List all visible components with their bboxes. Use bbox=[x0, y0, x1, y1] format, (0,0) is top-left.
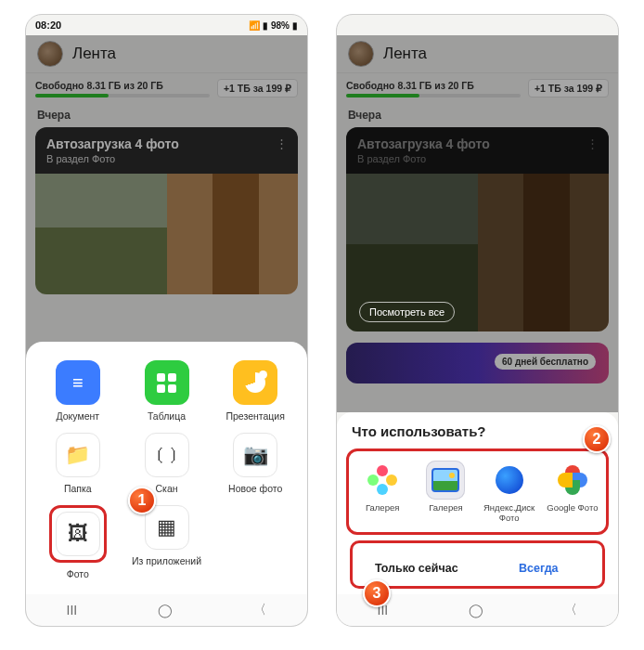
status-icons: 📶 ▮ 98% ▮ bbox=[249, 20, 298, 31]
battery-text: 98% bbox=[271, 20, 290, 31]
create-presentation-label: Презентация bbox=[225, 410, 284, 422]
clock: 08:20 bbox=[35, 20, 61, 31]
app-google-photos[interactable]: Google Фото bbox=[541, 457, 604, 526]
create-folder[interactable]: 📁 Папка bbox=[33, 427, 122, 500]
choice-row: Только сейчас Всегда bbox=[355, 552, 599, 584]
nav-home-icon[interactable]: ◯ bbox=[158, 603, 173, 618]
gallery-flower-icon bbox=[363, 461, 402, 500]
presentation-icon bbox=[233, 360, 277, 405]
app-label: Яндекс.Диск Фото bbox=[478, 503, 541, 523]
nav-home-icon[interactable]: ◯ bbox=[469, 603, 483, 618]
android-navbar: III ◯ 〈 bbox=[26, 594, 307, 626]
create-document[interactable]: Документ bbox=[33, 355, 122, 427]
signal-icon: ▮ bbox=[263, 20, 268, 31]
scrim bbox=[337, 35, 618, 412]
chooser-title: Что использовать? bbox=[346, 423, 609, 448]
nav-back-icon[interactable]: 〈 bbox=[253, 602, 266, 618]
create-new-photo-label: Новое фото bbox=[228, 483, 282, 494]
create-sheet: Документ Таблица Презентация 📁 Папка ⟮ ⟯… bbox=[26, 342, 307, 594]
create-presentation[interactable]: Презентация bbox=[211, 355, 300, 427]
google-photos-icon bbox=[553, 461, 592, 500]
image-icon: 🖼 bbox=[56, 512, 100, 556]
create-table[interactable]: Таблица bbox=[122, 355, 212, 427]
always-button[interactable]: Всегда bbox=[478, 552, 600, 584]
create-photo[interactable]: 🖼 Фото bbox=[33, 500, 122, 585]
create-document-label: Документ bbox=[57, 410, 100, 422]
scan-icon: ⟮ ⟯ bbox=[145, 433, 189, 477]
see-all-button[interactable]: Посмотреть все bbox=[359, 302, 455, 322]
app-label: Google Фото bbox=[547, 503, 598, 513]
app-gallery-1[interactable]: Галерея bbox=[351, 457, 414, 526]
create-from-apps-label: Из приложений bbox=[132, 555, 201, 566]
app-label: Галерея bbox=[366, 503, 399, 513]
create-photo-label: Фото bbox=[67, 568, 89, 579]
phone-right: . Лента Свободно 8.31 ГБ из 20 ГБ +1 ТБ … bbox=[336, 14, 619, 627]
create-new-photo[interactable]: 📷 Новое фото bbox=[211, 427, 300, 500]
app-label: Галерея bbox=[429, 503, 462, 513]
phone-left: 08:20 📶 ▮ 98% ▮ Лента Свободно 8.31 ГБ и… bbox=[25, 14, 308, 627]
yandex-disk-icon bbox=[490, 461, 529, 500]
apps-icon: ▦ bbox=[145, 505, 189, 550]
gallery-icon bbox=[426, 461, 465, 500]
create-table-label: Таблица bbox=[148, 410, 186, 422]
badge-2: 2 bbox=[583, 425, 611, 453]
app-list-highlight: Галерея Галерея Яндекс.Диск Фото bbox=[346, 448, 609, 535]
battery-icon: ▮ bbox=[292, 20, 298, 31]
badge-1: 1 bbox=[128, 487, 156, 514]
badge-3: 3 bbox=[363, 579, 391, 607]
camera-icon: 📷 bbox=[233, 433, 277, 477]
document-icon bbox=[56, 360, 100, 405]
table-icon bbox=[145, 360, 189, 405]
app-gallery-2[interactable]: Галерея bbox=[414, 457, 477, 526]
nav-back-icon[interactable]: 〈 bbox=[564, 602, 577, 618]
wifi-icon: 📶 bbox=[249, 20, 260, 31]
app-chooser-sheet: Что использовать? Галерея bbox=[337, 412, 618, 594]
create-folder-label: Папка bbox=[64, 483, 92, 494]
nav-recents-icon[interactable]: III bbox=[67, 603, 78, 618]
status-bar: 08:20 📶 ▮ 98% ▮ bbox=[26, 15, 307, 35]
create-scan-label: Скан bbox=[155, 483, 177, 494]
folder-icon: 📁 bbox=[56, 433, 100, 477]
app-yandex-disk[interactable]: Яндекс.Диск Фото bbox=[478, 457, 541, 526]
